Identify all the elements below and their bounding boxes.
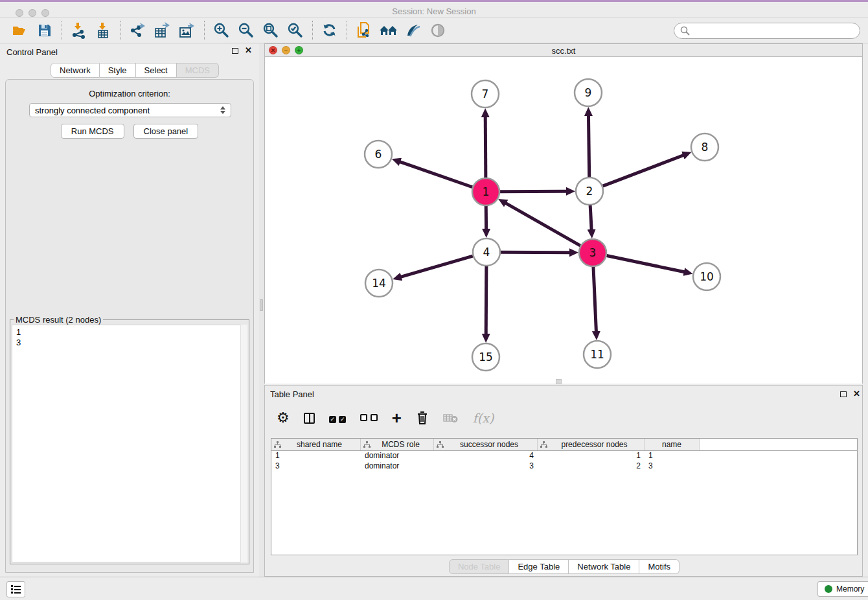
cell-mcds-role[interactable]: dominator <box>361 451 434 461</box>
import-table-button[interactable] <box>91 20 116 41</box>
import-network-button[interactable] <box>67 20 91 41</box>
node-label-3: 3 <box>589 246 597 259</box>
result-line: 3 <box>16 338 243 348</box>
cell-successor-nodes[interactable]: 4 <box>434 451 538 461</box>
divider-grip[interactable] <box>260 299 263 311</box>
table-row[interactable]: 3 dominator 3 2 3 <box>271 461 857 472</box>
delete-icon[interactable] <box>416 411 429 425</box>
node-label-7: 7 <box>482 87 489 100</box>
tree-icon <box>363 441 371 448</box>
column-header[interactable]: successor nodes <box>434 439 538 450</box>
column-header[interactable]: shared name <box>271 439 361 450</box>
node-label-14: 14 <box>372 277 386 290</box>
memory-button[interactable]: Memory <box>817 581 868 597</box>
open-folder-icon <box>12 23 29 38</box>
edge-3-11[interactable] <box>593 267 596 332</box>
mcds-result-list[interactable]: 1 3 <box>12 325 247 562</box>
cell-predecessor-nodes[interactable]: 2 <box>538 461 645 472</box>
columns-icon[interactable] <box>304 413 315 424</box>
close-panel-icon[interactable]: ✕ <box>853 391 860 397</box>
deselect-all-icon[interactable] <box>360 412 377 424</box>
mcds-buttons: Run MCDS Close panel <box>6 124 253 139</box>
cell-name[interactable]: 1 <box>645 451 700 461</box>
mcds-panel: Optimization criterion: strongly connect… <box>5 79 254 573</box>
float-panel-icon[interactable] <box>232 48 238 54</box>
cell-successor-nodes[interactable]: 3 <box>434 461 538 472</box>
column-header[interactable]: predecessor nodes <box>538 439 645 450</box>
control-panel-window-buttons: ✕ <box>232 47 252 54</box>
clone-network-button[interactable] <box>352 20 376 41</box>
mcds-result-group: MCDS result (2 nodes) 1 3 <box>10 319 249 564</box>
tab-node-table[interactable]: Node Table <box>449 559 510 574</box>
result-scrollbar[interactable] <box>240 325 247 562</box>
edge-4-3[interactable] <box>501 252 570 253</box>
node-table[interactable]: shared name MCDS role successor nodes pr… <box>271 438 858 555</box>
run-mcds-button[interactable]: Run MCDS <box>61 124 124 139</box>
edge-3-10[interactable] <box>607 256 685 272</box>
zoom-out-button[interactable] <box>234 20 258 41</box>
function-builder-icon[interactable]: f(x) <box>473 411 494 425</box>
cell-mcds-role[interactable]: dominator <box>361 461 434 472</box>
edge-2-9[interactable] <box>588 115 589 177</box>
node-label-6: 6 <box>375 148 382 161</box>
cell-shared-name[interactable]: 1 <box>271 451 361 461</box>
zoom-fit-button[interactable] <box>258 20 283 41</box>
memory-status-icon <box>825 585 832 593</box>
close-panel-button[interactable]: Close panel <box>133 124 199 139</box>
export-image-button[interactable] <box>175 20 200 41</box>
select-all-icon[interactable]: ✓ ✓ <box>329 412 346 424</box>
canvas-scrollbar-nub[interactable] <box>556 379 562 384</box>
float-panel-icon[interactable] <box>840 391 847 397</box>
tab-network[interactable]: Network <box>51 63 100 78</box>
cell-predecessor-nodes[interactable]: 1 <box>538 451 645 461</box>
edge-3-1[interactable] <box>505 203 580 246</box>
edge-1-7[interactable] <box>485 117 486 178</box>
refresh-button[interactable] <box>317 20 342 41</box>
tab-mcds[interactable]: MCDS <box>177 63 219 78</box>
tree-icon <box>437 441 444 448</box>
tab-style[interactable]: Style <box>100 63 136 78</box>
cell-shared-name[interactable]: 3 <box>271 461 361 472</box>
column-header[interactable]: MCDS role <box>361 439 434 450</box>
gear-icon[interactable]: ⚙ <box>277 411 290 424</box>
cell-name[interactable]: 3 <box>645 461 700 472</box>
tab-select[interactable]: Select <box>136 63 177 78</box>
tab-network-table[interactable]: Network Table <box>569 559 639 574</box>
close-panel-icon[interactable]: ✕ <box>245 47 252 54</box>
criterion-dropdown[interactable]: strongly connected component <box>29 103 231 117</box>
show-graphics-button[interactable] <box>426 20 450 41</box>
edge-2-3[interactable] <box>590 205 591 230</box>
edge-1-6[interactable] <box>400 162 472 187</box>
network-canvas[interactable]: 7968124314101511 <box>264 57 863 384</box>
column-header[interactable]: name <box>645 439 700 450</box>
export-network-button[interactable] <box>126 20 150 41</box>
delete-table-icon[interactable] <box>443 412 459 424</box>
add-icon[interactable]: + <box>392 411 402 424</box>
edge-2-8[interactable] <box>603 155 684 186</box>
save-session-button[interactable] <box>32 20 57 41</box>
export-table-button[interactable] <box>150 20 175 41</box>
tab-motifs[interactable]: Motifs <box>639 559 680 574</box>
zoom-in-button[interactable] <box>209 20 234 41</box>
table-row[interactable]: 1 dominator 4 1 1 <box>271 451 857 461</box>
status-bar <box>0 577 868 600</box>
edge-4-14[interactable] <box>401 256 473 277</box>
home-networks-button[interactable] <box>376 20 401 41</box>
toolbar-separator <box>312 21 313 40</box>
zoom-selected-button[interactable] <box>283 20 308 41</box>
task-history-button[interactable] <box>6 581 25 597</box>
apply-style-button[interactable] <box>401 20 426 41</box>
memory-label: Memory <box>836 584 864 594</box>
export-network-icon <box>129 22 147 39</box>
network-graph[interactable]: 7968124314101511 <box>265 57 862 382</box>
panel-divider[interactable] <box>259 43 264 577</box>
edge-1-2[interactable] <box>500 191 567 192</box>
tab-edge-table[interactable]: Edge Table <box>509 559 569 574</box>
table-toolbar: ⚙ ✓ ✓ + f(x) <box>271 406 857 430</box>
search-box[interactable] <box>674 23 860 39</box>
edge-4-15[interactable] <box>486 266 486 334</box>
search-input[interactable] <box>694 26 854 36</box>
node-label-2: 2 <box>586 185 593 198</box>
open-session-button[interactable] <box>8 20 32 41</box>
control-panel-title: Control Panel <box>6 47 58 57</box>
